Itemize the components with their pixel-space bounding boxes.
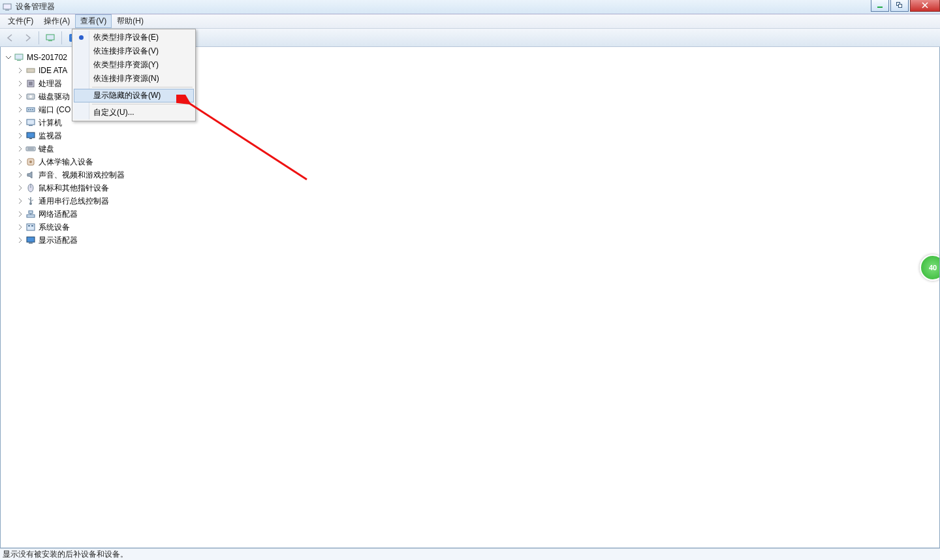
svg-rect-27 bbox=[26, 147, 35, 151]
computer-icon-button[interactable] bbox=[42, 31, 58, 45]
toolbar-separator bbox=[39, 31, 39, 44]
usb-icon bbox=[25, 196, 36, 206]
back-button[interactable] bbox=[3, 31, 18, 45]
menu-view[interactable]: 查看(V) bbox=[75, 14, 112, 28]
svg-point-21 bbox=[30, 109, 31, 110]
tree-node-label: 处理器 bbox=[39, 78, 62, 90]
display-icon bbox=[25, 235, 36, 245]
expand-icon[interactable] bbox=[16, 197, 24, 205]
keyboard-icon bbox=[25, 144, 36, 154]
expand-icon[interactable] bbox=[16, 93, 24, 101]
menuitem-show-hidden-devices[interactable]: 显示隐藏的设备(W) bbox=[74, 89, 194, 102]
menuitem-label: 自定义(U)... bbox=[93, 107, 134, 118]
tree-node-label: 计算机 bbox=[39, 117, 62, 129]
collapse-icon[interactable] bbox=[5, 54, 12, 61]
expand-icon[interactable] bbox=[16, 184, 24, 192]
svg-rect-41 bbox=[27, 224, 35, 230]
svg-rect-4 bbox=[899, 5, 902, 8]
menuitem-sort-type-devices[interactable]: 依类型排序设备(E) bbox=[74, 31, 194, 44]
expand-icon[interactable] bbox=[16, 119, 24, 127]
tree-node[interactable]: 声音、视频和游戏控制器 bbox=[16, 168, 939, 181]
expand-icon[interactable] bbox=[16, 158, 24, 166]
dropdown-separator bbox=[92, 104, 193, 104]
expand-icon[interactable] bbox=[16, 210, 24, 218]
svg-rect-3 bbox=[897, 3, 900, 6]
hid-icon bbox=[25, 157, 36, 167]
svg-rect-39 bbox=[29, 211, 33, 213]
svg-rect-13 bbox=[17, 60, 21, 61]
app-icon bbox=[3, 3, 12, 12]
menuitem-sort-type-resources[interactable]: 依类型排序资源(Y) bbox=[74, 58, 194, 72]
tree-node-label: 声音、视频和游戏控制器 bbox=[39, 169, 125, 181]
menuitem-label: 依连接排序资源(N) bbox=[93, 73, 159, 84]
expand-icon[interactable] bbox=[16, 106, 24, 114]
expand-icon[interactable] bbox=[16, 80, 24, 87]
view-dropdown: 依类型排序设备(E) 依连接排序设备(V) 依类型排序资源(Y) 依连接排序资源… bbox=[72, 29, 196, 121]
tree-node[interactable]: 人体学输入设备 bbox=[16, 155, 939, 168]
disk-icon bbox=[25, 91, 36, 102]
tree-node[interactable]: 系统设备 bbox=[16, 221, 939, 234]
tree-node-label: IDE ATA bbox=[39, 65, 67, 77]
statusbar-text: 显示没有被安装的后补设备和设备。 bbox=[3, 549, 128, 560]
expand-icon[interactable] bbox=[16, 132, 24, 140]
svg-rect-45 bbox=[29, 243, 33, 243]
window-title: 设备管理器 bbox=[16, 1, 55, 12]
computer-icon bbox=[14, 52, 24, 63]
menuitem-label: 依类型排序资源(Y) bbox=[93, 59, 159, 70]
tree-node-label: 端口 (CO bbox=[39, 104, 70, 116]
close-button[interactable] bbox=[910, 0, 940, 12]
expand-icon[interactable] bbox=[16, 145, 24, 153]
tree-node[interactable]: 键盘 bbox=[16, 142, 939, 155]
expand-icon[interactable] bbox=[16, 223, 24, 231]
svg-rect-5 bbox=[46, 35, 54, 40]
maximize-button[interactable] bbox=[890, 0, 909, 12]
cpu-icon bbox=[25, 78, 36, 89]
tree-node-label: 监视器 bbox=[39, 130, 62, 142]
svg-rect-6 bbox=[48, 40, 52, 41]
minimize-button[interactable] bbox=[871, 0, 889, 12]
tree-node[interactable]: 监视器 bbox=[16, 129, 939, 142]
titlebar: 设备管理器 bbox=[0, 0, 940, 14]
tree-node-label: 鼠标和其他指针设备 bbox=[39, 182, 109, 194]
svg-point-18 bbox=[29, 95, 32, 98]
sound-icon bbox=[25, 170, 36, 180]
expand-icon[interactable] bbox=[16, 171, 24, 179]
dropdown-separator bbox=[92, 87, 193, 87]
tree-node[interactable]: 网络适配器 bbox=[16, 208, 939, 221]
tree-node[interactable]: 鼠标和其他指针设备 bbox=[16, 181, 939, 194]
expand-icon[interactable] bbox=[16, 67, 24, 74]
menuitem-label: 依类型排序设备(E) bbox=[93, 32, 159, 43]
tree-node[interactable]: 显示适配器 bbox=[16, 234, 939, 247]
menu-action[interactable]: 操作(A) bbox=[39, 14, 75, 28]
svg-point-22 bbox=[32, 109, 33, 110]
menuitem-sort-connection-resources[interactable]: 依连接排序资源(N) bbox=[74, 72, 194, 86]
forward-button[interactable] bbox=[20, 31, 35, 45]
expand-icon[interactable] bbox=[16, 236, 24, 244]
window-controls bbox=[870, 0, 940, 12]
menu-help[interactable]: 帮助(H) bbox=[112, 14, 149, 28]
menuitem-label: 显示隐藏的设备(W) bbox=[93, 90, 161, 101]
menuitem-customize[interactable]: 自定义(U)... bbox=[74, 106, 194, 119]
svg-point-20 bbox=[28, 109, 29, 110]
radio-dot-icon bbox=[79, 35, 84, 40]
tree-node[interactable]: 通用串行总线控制器 bbox=[16, 194, 939, 208]
tree-node-label: 显示适配器 bbox=[39, 234, 78, 247]
floating-badge[interactable]: 40 bbox=[920, 255, 940, 281]
tree-root-label: MS-201702 bbox=[27, 52, 67, 64]
svg-rect-25 bbox=[27, 132, 35, 138]
menu-file[interactable]: 文件(F) bbox=[3, 14, 39, 28]
menuitem-label: 依连接排序设备(V) bbox=[93, 46, 159, 57]
monitor-icon bbox=[25, 131, 36, 141]
system-icon bbox=[25, 222, 36, 232]
svg-rect-44 bbox=[27, 237, 35, 242]
ide-icon bbox=[25, 65, 36, 76]
svg-point-31 bbox=[29, 161, 32, 163]
svg-rect-2 bbox=[877, 7, 883, 8]
network-icon bbox=[25, 209, 36, 219]
svg-rect-14 bbox=[27, 69, 35, 72]
svg-rect-38 bbox=[27, 215, 35, 217]
menuitem-sort-connection-devices[interactable]: 依连接排序设备(V) bbox=[74, 44, 194, 58]
mouse-icon bbox=[25, 183, 36, 193]
content-area: MS-201702 IDE ATA处理器磁盘驱动端口 (CO计算机监视器键盘人体… bbox=[0, 47, 940, 548]
tree-node-label: 人体学输入设备 bbox=[39, 156, 93, 168]
